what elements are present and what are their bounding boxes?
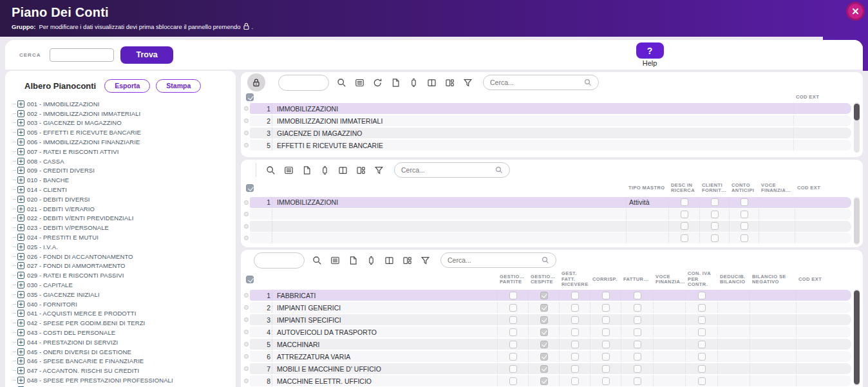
- column-header[interactable]: GESTIO… CESPITE: [528, 274, 559, 285]
- main-search-input[interactable]: [50, 48, 114, 62]
- expand-plus-icon[interactable]: [17, 262, 24, 269]
- checkbox[interactable]: [540, 328, 548, 336]
- filter-icon[interactable]: [374, 165, 384, 175]
- expand-plus-icon[interactable]: [17, 205, 24, 212]
- checkbox[interactable]: [634, 377, 641, 385]
- expand-plus-icon[interactable]: [17, 329, 24, 336]
- scrollbar-thumb[interactable]: [854, 290, 860, 384]
- checkbox[interactable]: [698, 353, 706, 361]
- checkbox[interactable]: [602, 316, 610, 324]
- column-header[interactable]: COD EXT: [795, 185, 851, 191]
- unlock-panel-button[interactable]: [247, 73, 265, 91]
- checkbox[interactable]: [540, 377, 548, 385]
- checkbox[interactable]: [741, 198, 748, 206]
- expand-plus-icon[interactable]: [17, 224, 24, 231]
- column-header[interactable]: VOCE FINANZIA…: [759, 183, 795, 194]
- expand-plus-icon[interactable]: [17, 272, 24, 279]
- table-row[interactable]: 3GIACENZE DI MAGAZZINO: [242, 127, 851, 139]
- search-icon[interactable]: [337, 78, 346, 88]
- expand-plus-icon[interactable]: [17, 186, 24, 193]
- vertical-scrollbar[interactable]: [854, 102, 860, 153]
- expand-plus-icon[interactable]: [17, 291, 24, 298]
- tree-item-043[interactable]: 043 - COSTI DEL PERSONALE: [13, 328, 236, 337]
- column-header[interactable]: CLIENTI FORNIT…: [699, 183, 729, 194]
- table-row[interactable]: 6ATTREZZATURA VARIA: [242, 350, 851, 363]
- checkbox[interactable]: [634, 304, 641, 312]
- checkbox[interactable]: [571, 304, 579, 312]
- vertical-scrollbar[interactable]: [854, 289, 860, 386]
- device-icon[interactable]: [409, 78, 419, 88]
- expand-plus-icon[interactable]: [17, 148, 24, 155]
- checkbox[interactable]: [509, 377, 517, 385]
- expand-plus-icon[interactable]: [17, 234, 24, 241]
- layout-icon[interactable]: [356, 165, 366, 175]
- tree-item-014[interactable]: 014 - CLIENTI: [13, 185, 236, 194]
- checkbox[interactable]: [698, 328, 706, 336]
- checkbox[interactable]: [540, 353, 548, 361]
- row-selector[interactable]: [242, 293, 250, 297]
- select-all-checkbox[interactable]: [246, 184, 254, 192]
- checkbox[interactable]: [571, 292, 579, 299]
- columns-icon[interactable]: [427, 78, 437, 88]
- tree-item-025[interactable]: 025 - I.V.A.: [13, 242, 236, 252]
- tree-item-041[interactable]: 041 - ACQUISTI MERCE E PRODOTTI: [13, 309, 236, 319]
- export-button[interactable]: Esporta: [104, 79, 150, 93]
- checkbox[interactable]: [602, 292, 610, 299]
- gruppo-search-input[interactable]: [490, 79, 584, 86]
- tree-item-023[interactable]: 023 - DEBITI V/PERSONALE: [13, 223, 236, 232]
- checkbox[interactable]: [634, 365, 641, 373]
- checkbox[interactable]: [634, 292, 641, 299]
- page-icon[interactable]: [302, 165, 312, 175]
- expand-plus-icon[interactable]: [17, 357, 24, 364]
- refresh-icon[interactable]: [373, 78, 382, 88]
- checkbox[interactable]: [571, 341, 579, 348]
- row-selector[interactable]: [242, 131, 250, 135]
- checkbox[interactable]: [509, 341, 517, 348]
- checkbox[interactable]: [571, 316, 579, 324]
- checkbox[interactable]: [571, 377, 579, 385]
- tree-item-040[interactable]: 040 - FORNITORI: [13, 299, 236, 309]
- column-header[interactable]: COD EXT: [796, 277, 851, 283]
- tree-item-006[interactable]: 006 - IMMOBILIZZAZIONI FINANZIARIE: [13, 137, 236, 147]
- tree-item-046[interactable]: 046 - SPESE BANCARIE E FINANZIARIE: [13, 357, 236, 366]
- tree-item-027[interactable]: 027 - FONDI DI AMMORTAMENTO: [13, 261, 236, 271]
- device-icon[interactable]: [366, 256, 376, 265]
- row-selector[interactable]: [242, 317, 250, 322]
- tree-item-007[interactable]: 007 - RATEI E RISCONTI ATTIVI: [13, 147, 236, 156]
- tree-item-020[interactable]: 020 - DEBITI DIVERSI: [13, 194, 236, 204]
- checkbox[interactable]: [509, 365, 517, 373]
- table-row[interactable]: 2IMMOBILIZZAZIONI IMMATERIALI: [242, 115, 851, 127]
- tree-item-008[interactable]: 008 - CASSA: [13, 156, 236, 166]
- search-icon[interactable]: [266, 165, 276, 175]
- checkbox[interactable]: [711, 222, 719, 230]
- table-row[interactable]: 5EFFETTI E RICEVUTE BANCARIE: [242, 139, 851, 151]
- tree-item-003[interactable]: 003 - GIACENZE DI MAGAZZINO: [13, 118, 236, 128]
- conto-search-input[interactable]: [448, 256, 542, 264]
- expand-plus-icon[interactable]: [17, 281, 24, 288]
- checkbox[interactable]: [681, 222, 688, 230]
- tree-item-044[interactable]: 044 - PRESTAZIONI DI SERVIZI: [13, 337, 236, 347]
- checkbox[interactable]: [698, 377, 706, 385]
- expand-plus-icon[interactable]: [17, 196, 24, 203]
- tree-item-030[interactable]: 030 - CAPITALE: [13, 280, 236, 290]
- filter-icon[interactable]: [420, 256, 430, 265]
- checkbox[interactable]: [711, 234, 719, 242]
- select-all-checkbox[interactable]: [246, 93, 254, 101]
- checkbox[interactable]: [698, 292, 706, 299]
- row-selector[interactable]: [242, 106, 250, 111]
- checkbox[interactable]: [634, 353, 641, 361]
- tree-item-024[interactable]: 024 - PRESTITI E MUTUI: [13, 232, 236, 242]
- tree-item-047[interactable]: 047 - ACCANTON. RISCHI SU CREDITI: [13, 366, 236, 375]
- table-row[interactable]: 3IMPIANTI SPECIFICI: [242, 314, 851, 326]
- checkbox[interactable]: [571, 328, 579, 336]
- checkbox[interactable]: [602, 341, 610, 348]
- table-row[interactable]: 1FABBRICATI: [242, 289, 851, 301]
- row-selector[interactable]: [242, 200, 250, 205]
- columns-icon[interactable]: [384, 256, 394, 265]
- column-header[interactable]: FATTUR…: [621, 277, 653, 283]
- help-button[interactable]: ?: [636, 42, 664, 59]
- table-row[interactable]: 8MACCHINE ELETTR. UFFICIO: [242, 375, 851, 387]
- tree-item-002[interactable]: 002 - IMMOBILIZZAZIONI IMMATERIALI: [13, 109, 236, 118]
- vertical-scrollbar[interactable]: [854, 197, 860, 245]
- expand-plus-icon[interactable]: [17, 310, 24, 317]
